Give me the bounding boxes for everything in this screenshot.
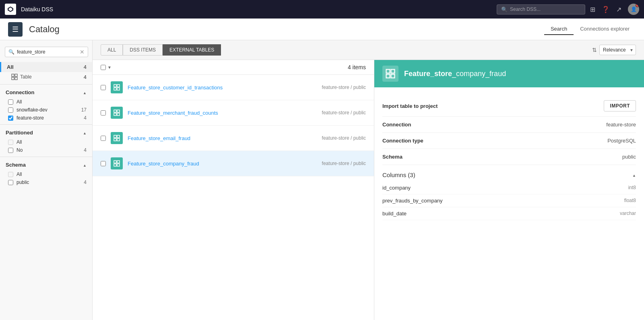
svg-rect-16 [114,138,116,141]
svg-rect-14 [114,135,116,138]
import-button[interactable]: IMPORT [604,100,636,111]
connection-snowflake-count: 17 [81,107,87,113]
detail-conntype-value: PostgreSQL [607,138,636,144]
result-checkbox-3[interactable] [101,136,106,141]
connection-all-checkbox[interactable] [8,99,13,105]
result-table-icon-2 [111,107,123,119]
connection-chevron [83,89,87,95]
schema-all-checkbox[interactable] [8,172,13,177]
connection-all-item[interactable]: All [0,98,92,106]
sort-area: ⇅ Relevance Name Date ▼ [592,45,636,55]
sidebar-search-inner[interactable]: 🔍 ✕ [5,47,88,57]
grid-icon[interactable]: ⊞ [590,6,595,13]
svg-rect-15 [117,135,120,138]
result-row[interactable]: Feature_store_company_fraud feature-stor… [93,151,374,176]
svg-rect-8 [114,88,116,90]
result-prefix-3: Feature_store [128,135,160,141]
result-checkbox-2[interactable] [101,110,106,116]
result-name-4: Feature_store_company_fraud [128,161,317,167]
clear-search-icon[interactable]: ✕ [80,49,85,55]
result-checkbox-4[interactable] [101,161,106,166]
appbar: ☰ Catalog Search Connections explorer [0,19,644,40]
help-icon[interactable]: ❓ [602,6,610,13]
tab-connections[interactable]: Connections explorer [574,23,636,35]
column-row-2: prev_frauds_by_company float8 [382,194,636,207]
column-name-3: build_date [382,211,407,217]
connection-snowflake-checkbox[interactable] [8,107,13,113]
topnav-icons: ⊞ ❓ ↗ 👤 [590,4,639,15]
app-name: Dataiku DSS [21,6,492,12]
sidebar-search-input[interactable] [17,49,77,55]
column-row-1: id_company int8 [382,182,636,194]
connection-featurestore-label: feature-store [17,115,80,121]
column-type-3: varchar [620,211,636,217]
sort-wrapper: Relevance Name Date ▼ [599,45,636,55]
partitioned-no-item[interactable]: No 4 [0,146,92,154]
detail-header: Feature_store_company_fraud [374,60,644,87]
connection-section-header[interactable]: Connection [0,87,92,98]
schema-public-item[interactable]: public 4 [0,178,92,186]
select-all-checkbox[interactable] [101,65,106,70]
app-logo [5,4,16,15]
main-area: 🔍 ✕ All 4 Table 4 [0,40,644,320]
filter-all-button[interactable]: ALL [101,44,123,56]
partitioned-all-checkbox[interactable] [8,140,13,145]
select-dropdown-icon[interactable]: ▼ [107,65,111,70]
svg-rect-10 [114,110,116,112]
column-type-2: float8 [624,198,636,204]
connection-snowflake-item[interactable]: snowflake-dev 17 [0,106,92,114]
column-row-3: build_date varchar [382,207,636,220]
search-icon: 🔍 [501,6,508,12]
columns-chevron[interactable] [632,172,636,178]
analytics-icon[interactable]: ↗ [616,6,621,13]
schema-all-item[interactable]: All [0,170,92,178]
result-row[interactable]: Feature_store_email_fraud feature-store … [93,126,374,151]
detail-connection-row: Connection feature-store [382,117,636,133]
svg-rect-9 [117,88,120,90]
sidebar-all-item[interactable]: All 4 [0,62,92,72]
columns-section-title: Columns (3) [382,171,415,178]
tab-search[interactable]: Search [544,23,574,35]
notification-badge [636,4,639,7]
result-row[interactable]: Feature_store_merchant_fraud_counts feat… [93,100,374,126]
schema-section-header[interactable]: Schema [0,159,92,170]
column-name-2: prev_frauds_by_company [382,198,443,204]
sidebar-search-container: 🔍 ✕ [0,47,92,62]
svg-rect-20 [114,164,116,166]
result-path-4: feature-store / public [322,161,366,166]
svg-rect-7 [117,85,120,87]
result-row[interactable]: Feature_store_customer_id_transactions f… [93,75,374,100]
result-prefix-1: Feature_store [128,85,160,91]
filter-external-button[interactable]: EXTERNAL TABLES [163,44,221,56]
global-search-input[interactable] [510,6,581,12]
result-prefix-4: Feature_store [128,161,160,167]
table-count: 4 [84,74,87,80]
result-name-1: Feature_store_customer_id_transactions [128,85,317,91]
search-icon: 🔍 [8,49,14,55]
user-avatar[interactable]: 👤 [628,4,639,15]
svg-rect-11 [117,110,120,112]
filter-dss-button[interactable]: DSS ITEMS [123,44,163,56]
svg-rect-23 [391,70,395,73]
partitioned-section-header[interactable]: Partitioned [0,127,92,138]
result-checkbox-1[interactable] [101,85,106,90]
result-path-2: feature-store / public [322,110,366,116]
partitioned-no-checkbox[interactable] [8,148,13,153]
detail-title-bold: Feature_store [404,70,452,78]
connection-section: Connection All snowflake-dev 17 feature-… [0,87,92,122]
partitioned-all-item[interactable]: All [0,138,92,146]
detail-schema-label: Schema [382,154,402,160]
detail-conntype-row: Connection type PostgreSQL [382,133,636,149]
connection-featurestore-checkbox[interactable] [8,116,13,121]
svg-rect-13 [117,113,120,116]
detail-conntype-label: Connection type [382,138,423,144]
select-all-area[interactable]: ▼ [101,65,111,70]
detail-panel: Feature_store_company_fraud Import table… [374,60,644,320]
sort-select[interactable]: Relevance Name Date [599,45,636,55]
svg-rect-5 [15,77,17,80]
detail-title-suffix: _company_fraud [452,70,506,78]
schema-public-checkbox[interactable] [8,180,13,185]
global-search[interactable]: 🔍 [497,4,585,14]
sidebar-table-item[interactable]: Table 4 [0,72,92,82]
connection-featurestore-item[interactable]: feature-store 4 [0,114,92,122]
